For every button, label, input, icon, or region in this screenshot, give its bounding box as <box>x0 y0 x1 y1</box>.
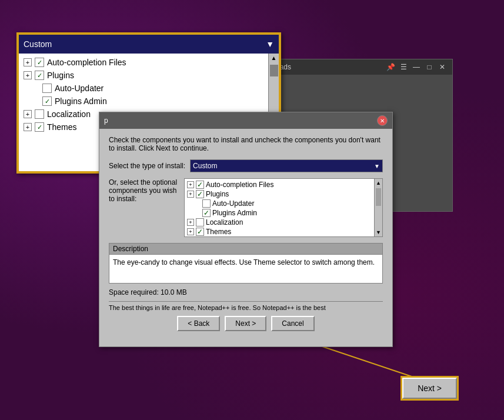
expand-icon[interactable]: + <box>24 110 32 118</box>
description-section: Description The eye-candy to change visu… <box>109 243 383 284</box>
checkbox-plugins[interactable]: ✓ <box>196 190 204 198</box>
item-label: Plugins <box>206 190 229 198</box>
item-label: Themes <box>47 122 77 132</box>
list-item: ✓ Plugins Admin <box>21 95 266 108</box>
description-text: The eye-candy to change visual effects. … <box>113 258 375 266</box>
expand-icon[interactable]: + <box>24 71 32 79</box>
checkbox-plugins[interactable]: ✓ <box>35 71 44 80</box>
expand-icon[interactable]: + <box>187 219 194 226</box>
cancel-button[interactable]: Cancel <box>271 316 314 331</box>
components-list: + ✓ Auto-completion Files + ✓ Plugins Au… <box>185 179 382 236</box>
list-item: ✓ Plugins Admin <box>186 208 381 218</box>
item-label: Auto-completion Files <box>206 181 273 189</box>
space-required: Space required: 10.0 MB <box>109 288 383 296</box>
checkbox-auto-completion[interactable]: ✓ <box>196 181 204 189</box>
installer-dialog: p ✕ Check the components you want to ins… <box>99 112 393 347</box>
list-item: + ✓ Plugins <box>21 69 266 82</box>
components-scrollbar[interactable]: ▲ ▼ <box>374 179 382 236</box>
list-item: + ✓ Auto-completion Files <box>186 180 381 189</box>
item-label: Localization <box>47 109 91 119</box>
list-item: + Localization <box>186 218 381 227</box>
expand-icon[interactable]: + <box>187 228 194 235</box>
pin-icon[interactable]: 📌 <box>385 62 396 72</box>
item-label: Plugins <box>47 71 74 80</box>
description-box: The eye-candy to change visual effects. … <box>109 254 383 284</box>
scroll-thumb[interactable] <box>376 188 381 206</box>
checkbox-auto-updater[interactable] <box>202 199 211 208</box>
back-button[interactable]: < Back <box>177 316 220 331</box>
item-label: Auto-Updater <box>212 199 254 208</box>
scroll-down-icon[interactable]: ▼ <box>375 228 382 236</box>
expand-icon[interactable]: + <box>24 58 32 66</box>
item-label: Localization <box>206 218 243 226</box>
next-button-highlight[interactable]: Next > <box>402 378 457 399</box>
maximize-icon[interactable]: □ <box>424 62 435 72</box>
select-arrow-icon: ▼ <box>374 163 380 169</box>
list-item: + ✓ Themes <box>186 227 381 236</box>
titlebar-controls: ✕ <box>377 115 388 126</box>
installer-header-text: Check the components you want to install… <box>109 136 383 152</box>
installer-button-row: < Back Next > Cancel <box>109 316 383 331</box>
installer-titlebar: p ✕ <box>99 112 392 129</box>
list-item: Auto-Updater <box>186 199 381 208</box>
svg-line-1 <box>310 342 412 376</box>
expand-icon[interactable]: + <box>24 123 32 131</box>
scroll-up-icon[interactable]: ▲ <box>270 54 278 62</box>
list-item: Auto-Updater <box>21 82 266 95</box>
zoomed-popup-header: Custom ▼ <box>19 35 279 54</box>
next-button[interactable]: Next > <box>225 316 266 331</box>
list-item: + ✓ Auto-completion Files <box>21 56 266 69</box>
checkbox-localization[interactable] <box>196 218 204 226</box>
dropdown-arrow-icon: ▼ <box>266 39 274 49</box>
menu-icon[interactable]: ☰ <box>398 62 409 72</box>
installer-title: p <box>104 116 108 125</box>
expand-icon[interactable]: + <box>187 191 194 198</box>
checkbox-plugins-admin[interactable]: ✓ <box>42 96 52 106</box>
scroll-thumb[interactable] <box>270 65 278 76</box>
checkbox-plugins-admin[interactable]: ✓ <box>202 209 211 217</box>
optional-label: Or, select the optional components you w… <box>109 178 179 237</box>
bg-window-controls: 📌 ☰ — □ ✕ <box>385 62 448 72</box>
installer-body: Check the components you want to install… <box>99 129 392 338</box>
marquee-text: The best things in life are free, Notepa… <box>109 301 383 311</box>
checkbox-themes[interactable]: ✓ <box>196 228 204 236</box>
install-type-select[interactable]: Custom ▼ <box>190 159 383 172</box>
close-icon[interactable]: ✕ <box>437 62 448 72</box>
description-label: Description <box>109 243 383 254</box>
expand-icon[interactable]: + <box>187 181 194 188</box>
checkbox-auto-completion[interactable]: ✓ <box>35 58 44 67</box>
checkbox-localization[interactable] <box>35 109 44 119</box>
bg-window-titlebar: ...oads 📌 ☰ — □ ✕ <box>265 59 452 75</box>
checkbox-auto-updater[interactable] <box>42 84 52 93</box>
item-label: Plugins Admin <box>55 96 107 106</box>
scroll-up-icon[interactable]: ▲ <box>375 179 382 187</box>
list-item: + ✓ Plugins <box>186 189 381 199</box>
item-label: Auto-completion Files <box>47 58 126 67</box>
item-label: Plugins Admin <box>212 209 257 217</box>
close-button[interactable]: ✕ <box>377 115 388 126</box>
item-label: Auto-Updater <box>55 84 104 93</box>
components-list-container: + ✓ Auto-completion Files + ✓ Plugins Au… <box>184 178 383 237</box>
minimize-icon[interactable]: — <box>411 62 422 72</box>
install-type-label: Select the type of install: <box>109 162 185 170</box>
install-type-value: Custom <box>193 162 217 170</box>
optional-section: Or, select the optional components you w… <box>109 178 383 237</box>
zoomed-popup-title: Custom <box>24 39 52 49</box>
item-label: Themes <box>206 228 231 236</box>
install-type-row: Select the type of install: Custom ▼ <box>109 159 383 172</box>
checkbox-themes[interactable]: ✓ <box>35 122 44 132</box>
